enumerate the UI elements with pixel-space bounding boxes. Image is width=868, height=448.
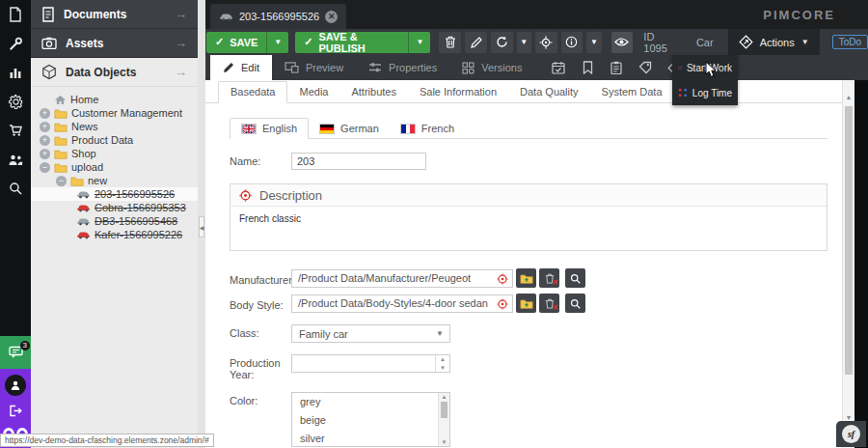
color-option-silver[interactable]: silver [292,430,449,447]
scrollbar-thumb[interactable] [441,402,448,418]
remove-relation-button[interactable]: ✕ [539,294,559,313]
users-icon[interactable] [0,145,31,174]
close-tab-icon[interactable]: ✕ [325,11,338,23]
tree-item-shop[interactable]: + Shop [31,147,198,160]
color-option-grey[interactable]: grey [292,393,449,411]
content-scrollbar[interactable]: ▲ ▼ [842,80,854,448]
tab-preview[interactable]: Preview [272,55,356,80]
tools-icon[interactable] [0,29,31,58]
tab-lang-english[interactable]: English [230,118,309,139]
spinner-up-icon[interactable]: ▲ [440,356,446,362]
scrollbar-thumb[interactable] [845,106,853,375]
nav-section-documents[interactable]: Documents → [31,0,198,29]
symfony-debug-toolbar-button[interactable]: sf [836,421,866,447]
tab-media[interactable]: Media [287,82,339,102]
tab-sale-information[interactable]: Sale Information [408,82,508,102]
reports-icon[interactable] [0,58,31,87]
actions-button[interactable]: Actions ▼ [728,29,820,55]
tree-item-customer-management[interactable]: + Customer Management [31,106,198,120]
file-icon[interactable] [0,0,31,29]
collapse-minus-icon[interactable]: − [40,162,50,173]
production-year-input[interactable]: ▲ ▼ [291,354,450,373]
manufacturer-input[interactable]: /Product Data/Manufacturer/Peugeot [291,269,513,288]
schedule-button[interactable] [544,55,573,80]
tree-item-home[interactable]: Home [31,93,198,106]
color-row: Color: grey beige silver ▲ ▼ [230,392,842,447]
info-dropdown-caret[interactable]: ▼ [586,32,601,53]
locate-in-tree-button[interactable] [535,32,557,53]
remove-relation-button[interactable]: ✕ [539,268,559,288]
chevron-right-icon: → [175,65,187,79]
expand-plus-icon[interactable]: + [40,149,50,159]
color-multiselect[interactable]: grey beige silver ▲ ▼ [291,392,450,447]
color-option-beige[interactable]: beige [292,411,449,430]
rename-button[interactable] [465,32,487,53]
save-button[interactable]: ✓SAVE ▼ [206,32,288,53]
open-relation-button[interactable] [516,294,536,313]
body-style-input[interactable]: /Product Data/Body-Styles/4-door sedan [291,294,513,313]
tab-system-data[interactable]: System Data [590,82,674,102]
nav-section-data-objects[interactable]: Data Objects → [31,58,198,87]
car-icon [76,189,91,199]
spinner-down-icon[interactable]: ▼ [440,365,446,371]
tree-item-cobra[interactable]: Cobra-1566995353 [31,201,198,214]
panel-splitter[interactable]: ◀ [198,0,205,448]
name-input[interactable] [291,153,426,170]
tags-button[interactable] [631,55,660,80]
tab-data-quality[interactable]: Data Quality [508,82,590,102]
collapse-panel-handle[interactable]: ◀ [199,216,204,238]
ecommerce-cart-icon[interactable] [0,116,31,145]
tab-properties[interactable]: Properties [356,55,449,80]
folder-icon [54,135,68,146]
open-relation-button[interactable] [516,268,536,288]
tab-edit[interactable]: Edit [210,55,272,80]
tree-item-kafer[interactable]: Kafer-1566995226 [31,228,198,241]
class-select[interactable]: Family car ▼ [291,324,450,343]
tree-item-db3[interactable]: DB3-1566995468 [31,214,198,228]
reload-button[interactable] [491,32,513,53]
chat-button[interactable]: 3 [0,336,31,369]
collapse-minus-icon[interactable]: − [56,176,67,186]
info-button[interactable] [561,32,583,53]
settings-gear-icon[interactable] [0,87,31,116]
scroll-down-icon[interactable]: ▼ [843,414,854,421]
delete-button[interactable] [439,32,461,53]
tab-lang-french[interactable]: French [390,119,465,138]
tab-attributes[interactable]: Attributes [339,82,407,102]
preview-eye-button[interactable] [611,32,634,53]
notes-button[interactable] [602,55,631,80]
tree-item-203[interactable]: 203-1566995526 [31,187,198,201]
object-tab[interactable]: 203-1566995526 ✕ [210,4,346,29]
description-header: Description [231,184,827,207]
tree-item-product-data[interactable]: + Product Data [31,133,198,147]
menu-item-log-time[interactable]: Log Time [672,80,738,105]
tab-basedata[interactable]: Basedata [218,81,287,103]
expand-plus-icon[interactable]: + [40,122,50,132]
save-dropdown-caret[interactable]: ▼ [266,32,288,53]
tree-item-new[interactable]: − new [31,174,198,187]
reload-dropdown-caret[interactable]: ▼ [517,32,531,53]
listbox-scrollbar[interactable]: ▲ ▼ [438,393,449,446]
body-style-label: Body Style: [230,296,291,311]
save-publish-dropdown-caret[interactable]: ▼ [408,32,430,53]
search-relation-button[interactable] [565,294,585,313]
user-avatar[interactable] [5,375,26,396]
search-relation-button[interactable] [565,268,585,288]
search-icon[interactable] [0,174,31,203]
spinner-buttons[interactable]: ▲ ▼ [435,355,449,372]
scroll-down-icon[interactable]: ▼ [439,439,449,445]
scroll-up-icon[interactable]: ▲ [843,94,854,100]
tree-item-news[interactable]: + News [31,120,198,133]
tab-lang-german[interactable]: German [309,119,390,138]
bookmark-button[interactable] [573,55,602,80]
scroll-up-icon[interactable]: ▲ [439,394,449,400]
name-field-row: Name: [230,153,842,170]
expand-plus-icon[interactable]: + [40,135,50,146]
tab-versions[interactable]: Versions [449,55,534,80]
save-publish-button[interactable]: ✓SAVE & PUBLISH ▼ [295,32,430,53]
logout-button[interactable] [9,404,22,421]
expand-plus-icon[interactable]: + [40,108,50,119]
nav-section-assets[interactable]: Assets → [31,29,198,58]
tree-item-upload[interactable]: − upload [31,160,198,174]
description-editor[interactable]: French classic [231,207,827,250]
